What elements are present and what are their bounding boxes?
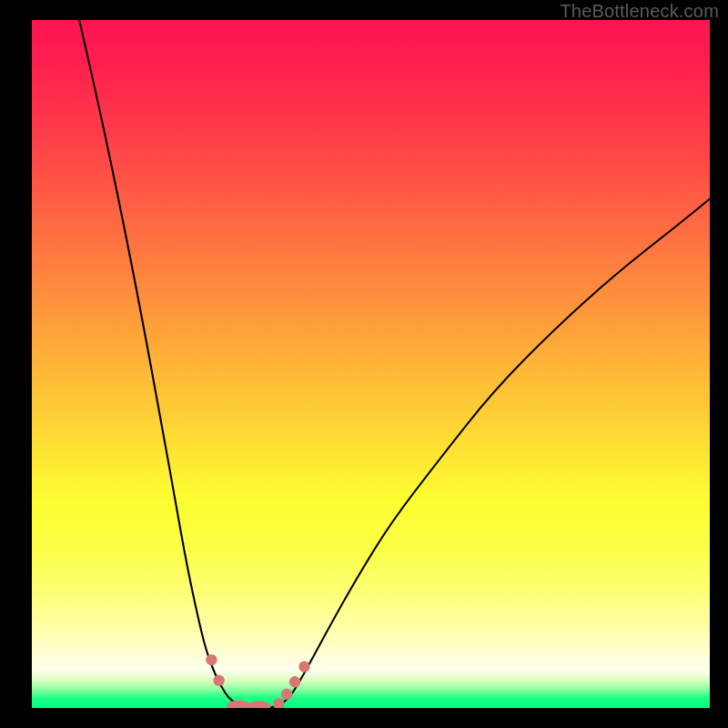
data-marker bbox=[273, 698, 284, 708]
bottleneck-curve bbox=[79, 20, 242, 706]
bottleneck-curve bbox=[276, 199, 710, 707]
data-marker bbox=[248, 701, 271, 708]
watermark-text: TheBottleneck.com bbox=[560, 1, 719, 22]
plot-area bbox=[32, 20, 710, 708]
chart-frame: TheBottleneck.com bbox=[0, 0, 728, 728]
data-marker bbox=[281, 689, 292, 700]
curve-layer bbox=[32, 20, 710, 708]
data-marker bbox=[289, 676, 300, 687]
data-marker bbox=[213, 675, 224, 686]
data-marker bbox=[227, 701, 250, 708]
data-marker bbox=[298, 661, 309, 672]
data-marker bbox=[206, 654, 217, 665]
